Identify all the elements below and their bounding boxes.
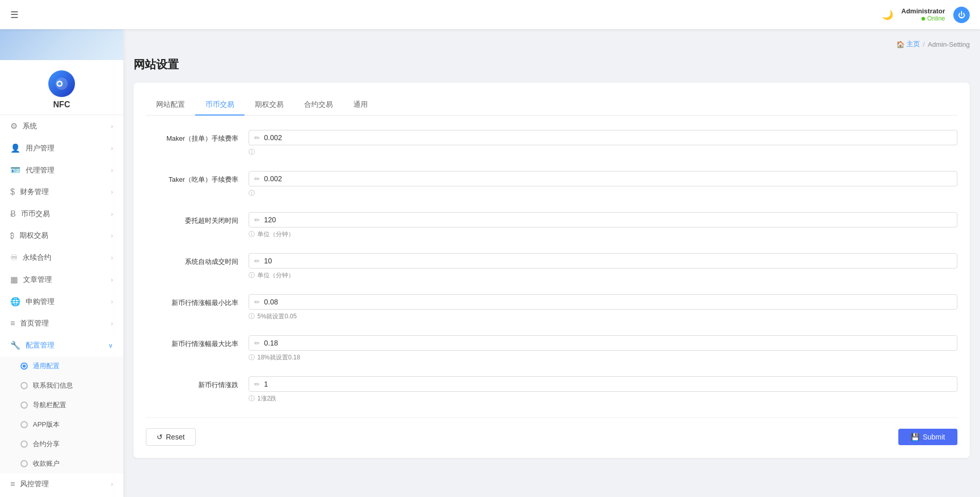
tab-website[interactable]: 网站配置 xyxy=(146,95,195,116)
hint-min-rise: ⓘ 5%就设置0.05 xyxy=(249,312,957,321)
chevron-right-icon: › xyxy=(111,481,113,488)
submit-icon: 💾 xyxy=(911,433,919,441)
sub-nav-dot-general xyxy=(21,362,28,370)
hint-rise-fall: ⓘ 1涨2跌 xyxy=(249,394,957,403)
form-row-auto-trade: 系统自动成交时间 ✏ ⓘ 单位（分钟） xyxy=(146,253,957,280)
ipo-icon: 🌐 xyxy=(10,297,21,307)
sidebar-label-system: 系统 xyxy=(23,122,37,131)
home-icon: 🏠 xyxy=(896,41,904,48)
sidebar-item-coin-trade[interactable]: Ƀ 币币交易 › xyxy=(0,203,123,225)
sub-nav-label-app-version: APP版本 xyxy=(33,420,60,429)
reset-button[interactable]: ↺ Reset xyxy=(146,428,196,446)
edit-icon: ✏ xyxy=(254,339,260,347)
sidebar-item-user-mgmt[interactable]: 👤 用户管理 › xyxy=(0,137,123,159)
user-name: Administrator xyxy=(901,7,945,15)
edit-icon: ✏ xyxy=(254,175,260,183)
sidebar-item-ipo-mgmt[interactable]: 🌐 申购管理 › xyxy=(0,291,123,313)
breadcrumb-home[interactable]: 🏠 主页 xyxy=(896,40,920,49)
sidebar-item-contract-share[interactable]: 合约分享 xyxy=(0,434,123,454)
info-icon: ⓘ xyxy=(249,353,255,362)
chevron-down-icon: ∨ xyxy=(108,342,113,349)
input-taker-fee[interactable] xyxy=(264,175,952,183)
sidebar-item-system[interactable]: ⚙ 系统 › xyxy=(0,115,123,137)
label-auto-trade: 系统自动成交时间 xyxy=(146,253,249,266)
page-title: 网站设置 xyxy=(134,57,970,72)
sidebar-item-contact-us[interactable]: 联系我们信息 xyxy=(0,376,123,395)
hint-timeout: ⓘ 单位（分钟） xyxy=(249,230,957,239)
chevron-right-icon: › xyxy=(111,254,113,261)
chevron-right-icon: › xyxy=(111,320,113,327)
reset-label: Reset xyxy=(166,433,185,441)
tab-coin[interactable]: 币币交易 xyxy=(195,95,244,116)
breadcrumb-current: Admin-Setting xyxy=(928,41,970,48)
menu-toggle-icon[interactable]: ☰ xyxy=(10,9,18,21)
edit-icon: ✏ xyxy=(254,216,260,224)
info-icon: ⓘ xyxy=(249,230,255,239)
finance-icon: $ xyxy=(10,187,15,197)
header-right: 🌙 Administrator Online ⏻ xyxy=(882,7,970,23)
sidebar-label-risk-mgmt: 风控管理 xyxy=(20,480,49,489)
input-auto-trade[interactable] xyxy=(264,257,952,265)
submit-button[interactable]: 💾 Submit xyxy=(898,429,957,445)
top-header: ☰ 🌙 Administrator Online ⏻ xyxy=(0,0,980,29)
input-min-rise[interactable] xyxy=(264,298,952,306)
edit-icon: ✏ xyxy=(254,134,260,142)
sidebar-item-bank-account[interactable]: 收款账户 xyxy=(0,454,123,473)
input-container-max-rise: ✏ xyxy=(249,335,957,351)
power-button[interactable]: ⏻ xyxy=(953,7,970,23)
sidebar-item-app-version[interactable]: APP版本 xyxy=(0,415,123,434)
sidebar-bg xyxy=(0,29,123,60)
tab-futures[interactable]: 期权交易 xyxy=(244,95,294,116)
tab-general[interactable]: 通用 xyxy=(343,95,378,116)
sidebar-item-home-mgmt[interactable]: ≡ 首页管理 › xyxy=(0,313,123,334)
sub-nav-dot-bank xyxy=(21,460,28,467)
hint-max-rise: ⓘ 18%就设置0.18 xyxy=(249,353,957,362)
theme-toggle-icon[interactable]: 🌙 xyxy=(882,9,893,21)
sidebar-item-finance-mgmt[interactable]: $ 财务管理 › xyxy=(0,181,123,203)
form-row-min-rise: 新币行情涨幅最小比率 ✏ ⓘ 5%就设置0.05 xyxy=(146,294,957,321)
sub-nav-label-contact-us: 联系我们信息 xyxy=(33,381,73,390)
input-container-timeout: ✏ xyxy=(249,212,957,227)
sidebar-label-agent-mgmt: 代理管理 xyxy=(26,166,54,175)
button-bar: ↺ Reset 💾 Submit xyxy=(146,417,957,446)
label-taker-fee: Taker（吃单）手续费率 xyxy=(146,171,249,184)
edit-icon: ✏ xyxy=(254,380,260,388)
tab-contract[interactable]: 合约交易 xyxy=(294,95,343,116)
sidebar-item-futures-trade[interactable]: ₿ 期权交易 › xyxy=(0,225,123,246)
input-maker-fee[interactable] xyxy=(264,133,952,142)
sidebar-item-article-mgmt[interactable]: ▦ 文章管理 › xyxy=(0,269,123,291)
sidebar-item-perpetual[interactable]: ♾ 永续合约 › xyxy=(0,246,123,269)
sidebar-label-home-mgmt: 首页管理 xyxy=(20,319,49,328)
input-max-rise[interactable] xyxy=(264,339,952,347)
sidebar-label-finance-mgmt: 财务管理 xyxy=(20,187,49,197)
sidebar-item-agent-mgmt[interactable]: 🪪 代理管理 › xyxy=(0,159,123,181)
sidebar-item-risk-mgmt[interactable]: ≡ 风控管理 › xyxy=(0,473,123,495)
label-maker-fee: Maker（挂单）手续费率 xyxy=(146,130,249,143)
info-icon: ⓘ xyxy=(249,148,255,157)
chevron-right-icon: › xyxy=(111,211,113,218)
hint-taker-fee: ⓘ xyxy=(249,189,957,198)
sub-nav-dot-contact xyxy=(21,382,28,389)
input-rise-fall[interactable] xyxy=(264,380,952,388)
input-container-rise-fall: ✏ xyxy=(249,376,957,392)
home-icon: ≡ xyxy=(10,319,15,328)
info-icon: ⓘ xyxy=(249,312,255,321)
sub-nav-dot-nav xyxy=(21,402,28,409)
form-row-timeout: 委托超时关闭时间 ✏ ⓘ 单位（分钟） xyxy=(146,212,957,239)
form-section: Maker（挂单）手续费率 ✏ ⓘ Taker（吃单）手续费率 xyxy=(146,130,957,403)
sidebar-label-coin-trade: 币币交易 xyxy=(21,209,50,219)
input-timeout[interactable] xyxy=(264,216,952,224)
sidebar-item-nav-config[interactable]: 导航栏配置 xyxy=(0,395,123,415)
chevron-right-icon: › xyxy=(111,298,113,305)
hint-text-max-rise: 18%就设置0.18 xyxy=(257,353,300,362)
reset-icon: ↺ xyxy=(157,433,163,441)
status-dot xyxy=(921,17,925,21)
hint-text-timeout: 单位（分钟） xyxy=(257,230,294,239)
sidebar-item-general-config[interactable]: 通用配置 xyxy=(0,356,123,376)
info-icon: ⓘ xyxy=(249,394,255,403)
sidebar-item-config-mgmt[interactable]: 🔧 配置管理 ∨ xyxy=(0,334,123,356)
field-wrap-rise-fall: ✏ ⓘ 1涨2跌 xyxy=(249,376,957,403)
sidebar-label-futures-trade: 期权交易 xyxy=(20,231,48,240)
chevron-right-icon: › xyxy=(111,123,113,130)
risk-icon: ≡ xyxy=(10,480,15,489)
